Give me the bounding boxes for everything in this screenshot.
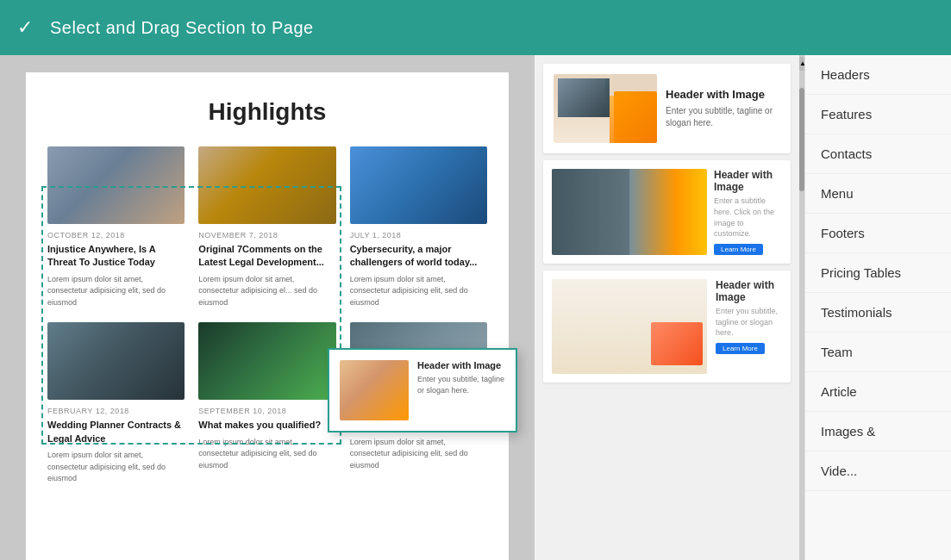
left-panel: Highlights OCTOBER 12, 2018 Injustice An… bbox=[0, 55, 535, 560]
template-button-2[interactable]: Learn More bbox=[714, 244, 763, 255]
blog-headline-5: What makes you qualified? bbox=[198, 419, 335, 432]
category-item-footers[interactable]: Footers bbox=[805, 214, 951, 253]
main-layout: Highlights OCTOBER 12, 2018 Injustice An… bbox=[0, 55, 951, 560]
blog-grid: OCTOBER 12, 2018 Injustice Anywhere, Is … bbox=[47, 146, 487, 485]
category-item-article[interactable]: Article bbox=[805, 372, 951, 412]
category-item-features[interactable]: Features bbox=[805, 95, 951, 134]
blog-excerpt-6: Lorem ipsum dolor sit amet, consectetur … bbox=[350, 437, 487, 472]
drag-card-image bbox=[340, 360, 409, 420]
blog-excerpt-4: Lorem ipsum dolor sit amet, consectetur … bbox=[47, 450, 185, 485]
template-text-3: Enter you subtitle, tagline or slogan he… bbox=[716, 306, 782, 339]
template-title-2: Header with Image bbox=[714, 169, 782, 193]
template-card-3[interactable]: Header with Image Enter you subtitle, ta… bbox=[543, 271, 791, 383]
blog-date-2: NOVEMBER 7, 2018 bbox=[198, 231, 335, 240]
template-preview-2: Header with Image Enter a subtitle here.… bbox=[543, 160, 791, 264]
highlights-title: Highlights bbox=[47, 98, 487, 126]
category-item-headers[interactable]: Headers bbox=[805, 55, 951, 95]
template-card-1[interactable]: Header with Image Enter you subtitle, ta… bbox=[543, 64, 791, 153]
check-icon: ✓ bbox=[17, 16, 33, 39]
blog-headline-3: Cybersecurity, a major challengers of wo… bbox=[350, 243, 487, 270]
top-bar: ✓ Select and Drag Section to Page bbox=[0, 0, 951, 55]
blog-excerpt-3: Lorem ipsum dolor sit amet, consectetur … bbox=[350, 274, 487, 309]
template-info-1: Header with Image Enter you subtitle, ta… bbox=[666, 88, 780, 129]
blog-headline-4: Wedding Planner Contracts & Legal Advice bbox=[47, 419, 185, 445]
category-item-testimonials[interactable]: Testimonials bbox=[805, 293, 951, 333]
top-bar-title: Select and Drag Section to Page bbox=[50, 18, 314, 38]
blog-image-1 bbox=[47, 146, 185, 224]
blog-item: SEPTEMBER 10, 2018 What makes you qualif… bbox=[198, 322, 335, 484]
blog-date-5: SEPTEMBER 10, 2018 bbox=[198, 407, 335, 415]
drag-card-title: Header with Image bbox=[417, 360, 505, 370]
template-title-3: Header with Image bbox=[716, 279, 782, 303]
blog-item: NOVEMBER 7, 2018 Original 7Comments on t… bbox=[198, 146, 335, 308]
blog-date-4: FEBRUARY 12, 2018 bbox=[47, 407, 185, 415]
template-subtitle-1: Enter you subtitle, tagline or slogan he… bbox=[666, 105, 780, 129]
drag-card[interactable]: Header with Image Enter you subtitle, ta… bbox=[328, 348, 517, 432]
blog-image-5 bbox=[198, 322, 335, 400]
template-gallery[interactable]: Header with Image Enter you subtitle, ta… bbox=[535, 55, 799, 560]
category-item-contacts[interactable]: Contacts bbox=[805, 134, 951, 174]
template-text-2: Enter a subtitle here. Click on the imag… bbox=[714, 196, 782, 239]
blog-excerpt-1: Lorem ipsum dolor sit amet, consectetur … bbox=[47, 274, 185, 309]
blog-item: OCTOBER 12, 2018 Injustice Anywhere, Is … bbox=[47, 146, 185, 308]
blog-excerpt-2: Lorem ipsum dolor sit amet, consectetur … bbox=[198, 274, 335, 309]
blog-item: FEBRUARY 12, 2018 Wedding Planner Contra… bbox=[47, 322, 185, 484]
template-preview-1: Header with Image Enter you subtitle, ta… bbox=[543, 64, 791, 153]
category-item-menu[interactable]: Menu bbox=[805, 174, 951, 214]
blog-headline-1: Injustice Anywhere, Is A Threat To Justi… bbox=[47, 243, 185, 270]
blog-image-4 bbox=[47, 322, 185, 400]
blog-date-3: JULY 1, 2018 bbox=[350, 231, 487, 240]
template-info-3: Header with Image Enter you subtitle, ta… bbox=[716, 279, 782, 354]
page-preview: Highlights OCTOBER 12, 2018 Injustice An… bbox=[26, 72, 509, 560]
template-image-2 bbox=[552, 169, 707, 255]
drag-card-content: Header with Image Enter you subtitle, ta… bbox=[417, 360, 505, 395]
drag-card-subtitle: Enter you subtitle, tagline or slogan he… bbox=[417, 374, 505, 395]
blog-item: JULY 1, 2018 Cybersecurity, a major chal… bbox=[350, 146, 487, 308]
blog-image-2 bbox=[198, 146, 335, 224]
template-button-3[interactable]: Learn More bbox=[716, 343, 765, 354]
template-image-1 bbox=[554, 74, 657, 143]
blog-excerpt-5: Lorem ipsum dolor sit amet, consectetur … bbox=[198, 437, 335, 472]
template-image-3 bbox=[552, 279, 707, 374]
template-card-2[interactable]: Header with Image Enter a subtitle here.… bbox=[543, 160, 791, 264]
right-section: Header with Image Enter you subtitle, ta… bbox=[535, 55, 951, 560]
blog-image-3 bbox=[350, 146, 487, 224]
template-preview-3: Header with Image Enter you subtitle, ta… bbox=[543, 271, 791, 383]
blog-date-1: OCTOBER 12, 2018 bbox=[47, 231, 185, 240]
category-item-images[interactable]: Images & bbox=[805, 412, 951, 451]
template-inner-3: Header with Image Enter you subtitle, ta… bbox=[552, 279, 782, 374]
category-item-video[interactable]: Vide... bbox=[805, 451, 951, 491]
template-content-2: Header with Image Enter a subtitle here.… bbox=[714, 169, 782, 254]
blog-headline-2: Original 7Comments on the Latest Legal D… bbox=[198, 243, 335, 270]
category-item-pricing-tables[interactable]: Pricing Tables bbox=[805, 253, 951, 293]
category-sidebar: Headers Features Contacts Menu Footers P… bbox=[804, 55, 951, 560]
template-title-1: Header with Image bbox=[666, 88, 780, 101]
category-item-team[interactable]: Team bbox=[805, 333, 951, 372]
